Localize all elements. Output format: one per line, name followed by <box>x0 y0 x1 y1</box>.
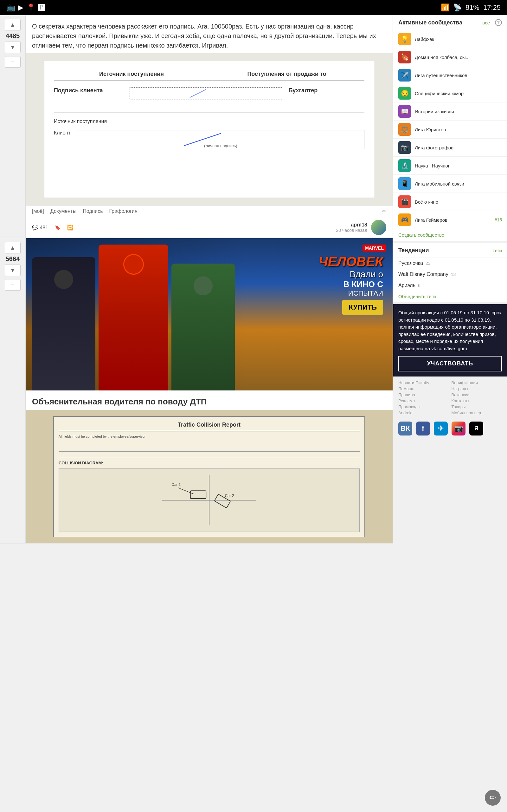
footer-news[interactable]: Новости Пикабу <box>398 380 449 385</box>
trend-merge-link[interactable]: Объединить теги <box>393 291 507 302</box>
collision-sketch: Car 1 Car 2 <box>59 469 359 531</box>
save-icon[interactable]: 🔖 <box>55 224 61 231</box>
downvote-button-1[interactable]: ▼ <box>5 42 20 53</box>
community-item-gamers[interactable]: 🎮 Лига Геймеров #15 <box>393 211 507 229</box>
trends-tags-link[interactable]: теги <box>493 248 502 253</box>
time-display: 17:25 <box>483 3 501 12</box>
trend-item-rusalochka[interactable]: Русалочка 23 <box>393 258 507 269</box>
vk-icon[interactable]: ВК <box>398 421 412 436</box>
community-icon-sausage: 🍖 <box>398 51 411 63</box>
facebook-icon[interactable]: f <box>416 421 430 436</box>
post-1-author-info: april18 20 часов назад <box>336 220 386 235</box>
traffic-doc-document: Traffic Collision Report All fields must… <box>53 416 365 537</box>
movie-figures <box>26 238 246 391</box>
footer-android[interactable]: Android <box>398 410 449 415</box>
edit-icon[interactable]: ✏ <box>382 208 386 214</box>
receipt-col2: Поступления от продажи то <box>209 71 364 78</box>
community-item-photo[interactable]: 📷 Лига фотографов <box>393 138 507 156</box>
footer-vacancies[interactable]: Вакансии <box>452 392 502 397</box>
post-2: ▲ 5664 ▼ − <box>0 238 393 544</box>
post-1-avatar[interactable] <box>371 220 386 235</box>
footer-promo[interactable]: Промокоды <box>398 404 449 409</box>
footer-rules[interactable]: Правила <box>398 392 449 397</box>
traffic-doc-line-1 <box>59 440 360 445</box>
zen-icon[interactable]: Я <box>469 421 483 436</box>
tag-documents[interactable]: Документы <box>50 208 76 214</box>
community-icon-mobile: 📱 <box>398 177 411 190</box>
community-name-lawyers: Лига Юристов <box>415 127 446 132</box>
help-icon[interactable]: ? <box>495 19 502 26</box>
footer-rewards[interactable]: Награды <box>452 386 502 391</box>
community-icon-cinema: 🎬 <box>398 195 411 208</box>
receipt-value1 <box>130 87 282 100</box>
instagram-icon[interactable]: 📷 <box>452 421 465 436</box>
watermark-icon: ✏ <box>485 790 501 806</box>
post-1-author-block: april18 20 часов назад <box>336 222 367 233</box>
receipt-label3: Источник поступления <box>54 119 107 124</box>
community-name-sausage: Домашняя колбаса, сы... <box>415 55 469 60</box>
receipt-row3: Клиент (личная подпись) <box>54 130 364 149</box>
community-item-mobile[interactable]: 📱 Лига мобильной связи <box>393 174 507 193</box>
buy-button[interactable]: КУПИТЬ <box>342 300 383 315</box>
post-1-time: 20 часов назад <box>336 228 367 233</box>
community-name-life: Истории из жизни <box>415 109 454 114</box>
receipt-document: Источник поступления Поступления от прод… <box>44 61 374 198</box>
footer-help[interactable]: Помощь <box>398 386 449 391</box>
community-item-lawyers[interactable]: ⚖️ Лига Юристов <box>393 120 507 138</box>
community-icon-lawyers: ⚖️ <box>398 123 411 136</box>
movie-text-overlay: ЧЕЛОВЕК Вдали о В КИНО С ИСПЫТАИ КУПИТЬ <box>319 254 383 315</box>
trend-item-ariel[interactable]: Ариэль 6 <box>393 280 507 291</box>
upvote-button-1[interactable]: ▲ <box>5 19 20 31</box>
community-item-science[interactable]: 🔬 Наука | Научпоп <box>393 156 507 174</box>
community-item-travel[interactable]: ✈️ Лига путешественников <box>393 66 507 84</box>
app-icon: 🅿 <box>38 3 45 12</box>
community-name-gamers: Лига Геймеров <box>415 217 447 223</box>
post-1: ▲ 4485 ▼ − О секретах характера человека… <box>0 15 393 238</box>
traffic-doc-line-3 <box>59 453 360 458</box>
post-1-author[interactable]: april18 <box>336 222 367 228</box>
upvote-button-2[interactable]: ▲ <box>5 242 20 253</box>
svg-line-0 <box>190 90 206 97</box>
community-item-humor[interactable]: 😏 Специфический юмор <box>393 84 507 102</box>
comment-icon[interactable]: 💬 481 <box>32 224 48 231</box>
community-item-lifehack[interactable]: 💡 Лайфхак <box>393 30 507 48</box>
trend-item-disney[interactable]: Walt Disney Company 13 <box>393 269 507 280</box>
ad-text: Общий срок акции с 01.05.19 по 31.10.19.… <box>398 309 502 352</box>
signature-svg-1 <box>130 88 282 100</box>
share-icon[interactable]: 🔁 <box>67 224 73 231</box>
footer-ads[interactable]: Реклама <box>398 398 449 403</box>
traffic-doc-line-2 <box>59 447 360 452</box>
movie-cinema-text: В КИНО С <box>319 280 383 289</box>
community-name-lifehack: Лайфхак <box>415 37 434 42</box>
movie-subtitle-text: Вдали о <box>319 269 383 280</box>
signal-icon: 📡 <box>453 3 462 12</box>
tag-graphology[interactable]: Графология <box>109 208 137 214</box>
telegram-icon[interactable]: ✈ <box>434 421 448 436</box>
trend-name-disney: Walt Disney Company <box>398 271 448 277</box>
wifi-icon: 📶 <box>441 3 449 12</box>
receipt-label2: Бухгалтер <box>289 87 365 100</box>
downvote-button-2[interactable]: ▼ <box>5 264 20 276</box>
community-item-life[interactable]: 📖 Истории из жизни <box>393 102 507 120</box>
community-item-sausage[interactable]: 🍖 Домашняя колбаса, сы... <box>393 48 507 66</box>
footer-goods[interactable]: Товары <box>452 404 502 409</box>
community-icon-humor: 😏 <box>398 87 411 100</box>
right-sidebar: Активные сообщества все ? 💡 Лайфхак 🍖 До… <box>393 15 507 544</box>
participate-button[interactable]: УЧАСТВОВАТЬ <box>398 356 502 371</box>
community-item-cinema[interactable]: 🎬 Всё о кино <box>393 193 507 211</box>
footer-mobile[interactable]: Мобильная вер. <box>452 410 502 415</box>
tag-moe[interactable]: [моё] <box>32 208 44 214</box>
receipt-signature-area: (личная подпись) <box>77 130 365 149</box>
footer-contacts[interactable]: Контакты <box>452 398 502 403</box>
tag-signature[interactable]: Подпись <box>83 208 103 214</box>
location-icon: 📍 <box>26 3 35 12</box>
minus-button-2[interactable]: − <box>5 279 20 291</box>
traffic-doc-subtitle: All fields must be completed by the empl… <box>59 435 360 438</box>
receipt-row2: Источник поступления <box>54 116 364 127</box>
comment-count: 481 <box>40 225 48 230</box>
footer-verification[interactable]: Верификации <box>452 380 502 385</box>
communities-all-link[interactable]: все <box>482 20 490 26</box>
minus-button-1[interactable]: − <box>5 56 20 67</box>
create-community-link[interactable]: Создать сообщество <box>393 229 507 241</box>
battery-indicator: 81% <box>465 3 480 12</box>
